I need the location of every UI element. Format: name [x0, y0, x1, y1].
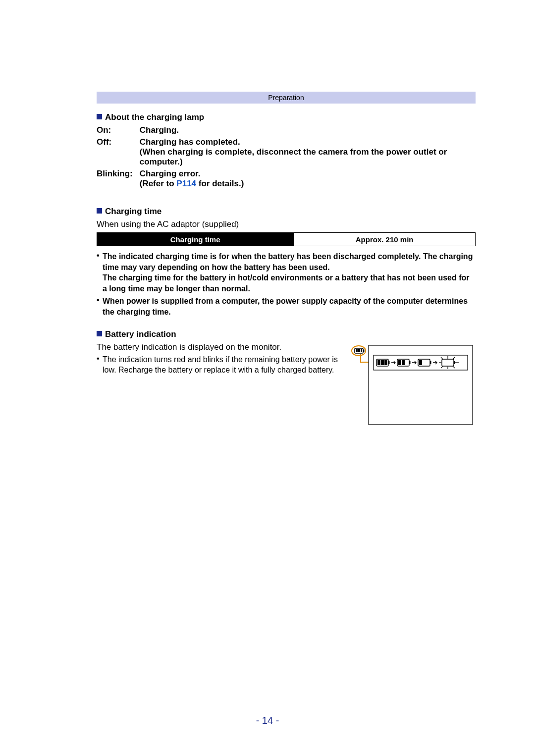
- lamp-text-post: for details.): [196, 179, 244, 188]
- table-row: Blinking: Charging error. (Refer to P114…: [97, 169, 476, 191]
- svg-rect-14: [409, 361, 411, 364]
- ct-header: Charging time: [97, 233, 294, 246]
- lamp-key: Blinking:: [97, 169, 140, 191]
- square-bullet-icon: [97, 114, 102, 119]
- battery-indication-row: The battery indication is displayed on t…: [97, 342, 476, 432]
- list-item: • When power is supplied from a computer…: [97, 296, 476, 317]
- charging-time-table: Charging time Approx. 210 min: [97, 232, 476, 246]
- svg-rect-2: [363, 349, 365, 352]
- charging-time-subtext: When using the AC adaptor (supplied): [97, 219, 476, 229]
- battery-indication-figure: [347, 342, 476, 432]
- lamp-key: Off:: [97, 137, 140, 169]
- svg-line-26: [441, 357, 443, 359]
- cross-ref-link[interactable]: P114: [176, 179, 196, 188]
- svg-rect-21: [454, 361, 455, 364]
- svg-rect-4: [358, 349, 360, 352]
- bullet-icon: •: [97, 251, 103, 294]
- heading-battery-indication: Battery indication: [97, 329, 476, 339]
- heading-charging-lamp: About the charging lamp: [97, 112, 476, 122]
- ct-value: Approx. 210 min: [294, 233, 476, 246]
- svg-rect-10: [377, 360, 380, 365]
- svg-line-28: [441, 366, 443, 368]
- svg-rect-5: [361, 349, 362, 352]
- table-row: Off: Charging has completed. (When charg…: [97, 137, 476, 169]
- charging-time-notes: • The indicated charging time is for whe…: [97, 251, 476, 318]
- table-row: On: Charging.: [97, 125, 476, 137]
- table-row: Charging time Approx. 210 min: [97, 233, 476, 246]
- battery-diagram-icon: [347, 342, 476, 429]
- note-text: When power is supplied from a computer, …: [103, 296, 476, 317]
- heading-text: Battery indication: [105, 329, 176, 339]
- note-text: The indication turns red and blinks if t…: [103, 354, 339, 376]
- svg-line-27: [453, 357, 455, 359]
- square-bullet-icon: [97, 208, 102, 214]
- battery-indication-text-col: The battery indication is displayed on t…: [97, 342, 339, 376]
- svg-rect-20: [442, 359, 454, 366]
- svg-rect-18: [430, 361, 431, 364]
- lamp-val: Charging.: [140, 125, 476, 137]
- list-item: • The indicated charging time is for whe…: [97, 251, 476, 294]
- lamp-val: Charging error. (Refer to P114 for detai…: [140, 169, 476, 191]
- svg-line-29: [453, 366, 455, 368]
- note-text: The indicated charging time is for when …: [103, 251, 476, 294]
- heading-text: Charging time: [105, 207, 161, 216]
- list-item: • The indication turns red and blinks if…: [97, 354, 339, 376]
- lamp-val: Charging has completed. (When charging i…: [140, 137, 476, 169]
- bullet-icon: •: [97, 296, 103, 317]
- svg-rect-16: [402, 360, 405, 365]
- svg-rect-3: [356, 349, 358, 352]
- charging-lamp-table: On: Charging. Off: Charging has complete…: [97, 125, 476, 191]
- svg-rect-12: [384, 360, 387, 365]
- page-number: - 14 -: [0, 715, 535, 726]
- battery-indication-text: The battery indication is displayed on t…: [97, 342, 339, 352]
- square-bullet-icon: [97, 331, 102, 336]
- svg-rect-19: [419, 360, 422, 365]
- lamp-key: On:: [97, 125, 140, 137]
- svg-rect-6: [369, 345, 473, 425]
- heading-charging-time: Charging time: [97, 207, 476, 216]
- svg-rect-15: [398, 360, 401, 365]
- document-page: Preparation About the charging lamp On: …: [0, 0, 535, 756]
- heading-text: About the charging lamp: [105, 112, 204, 122]
- svg-rect-9: [388, 361, 390, 364]
- bullet-icon: •: [97, 354, 103, 376]
- svg-rect-11: [381, 360, 384, 365]
- section-banner: Preparation: [97, 92, 476, 104]
